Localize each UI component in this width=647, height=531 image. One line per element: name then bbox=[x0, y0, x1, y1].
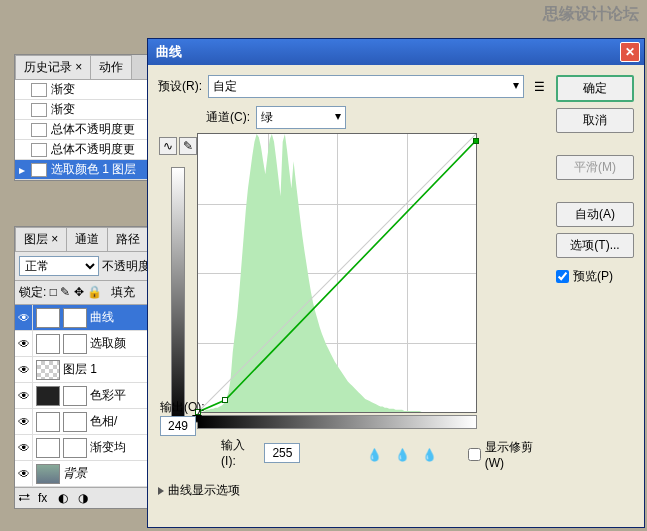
lock-row: 锁定: □ ✎ ✥ 🔒 填充 bbox=[15, 281, 158, 305]
layer-thumb[interactable] bbox=[36, 360, 60, 380]
eye-icon[interactable]: 👁 bbox=[15, 305, 33, 330]
layer-row[interactable]: 👁图层 1 bbox=[15, 357, 158, 383]
tab-paths[interactable]: 路径 bbox=[107, 227, 149, 251]
curve-point[interactable] bbox=[473, 138, 479, 144]
blend-mode-select[interactable]: 正常 bbox=[19, 256, 99, 276]
mask-icon[interactable]: ◐ bbox=[58, 491, 72, 505]
fill-label: 填充 bbox=[111, 285, 135, 299]
gray-eyedropper-icon[interactable]: 💧 bbox=[394, 446, 411, 464]
layer-row[interactable]: 👁选取颜 bbox=[15, 331, 158, 357]
history-tabs: 历史记录 × 动作 bbox=[15, 55, 158, 80]
layer-name: 曲线 bbox=[90, 309, 114, 326]
titlebar[interactable]: 曲线 ✕ bbox=[148, 39, 644, 65]
black-eyedropper-icon[interactable]: 💧 bbox=[366, 446, 383, 464]
white-eyedropper-icon[interactable]: 💧 bbox=[421, 446, 438, 464]
options-button[interactable]: 选项(T)... bbox=[556, 233, 634, 258]
tab-channels[interactable]: 通道 bbox=[66, 227, 108, 251]
expand-display-options[interactable]: 曲线显示选项 bbox=[158, 482, 548, 499]
link-icon[interactable]: ⮂ bbox=[18, 491, 32, 505]
layer-thumb[interactable] bbox=[36, 308, 60, 328]
layer-thumb[interactable] bbox=[36, 334, 60, 354]
output-label: 输出(O): bbox=[160, 399, 205, 416]
curve-pencil-tool[interactable]: ✎ bbox=[179, 137, 197, 155]
layer-mask[interactable] bbox=[63, 334, 87, 354]
layer-thumb[interactable] bbox=[36, 464, 60, 484]
curve-line bbox=[198, 134, 476, 412]
history-panel: 历史记录 × 动作 渐变 渐变 总体不透明度更 总体不透明度更 ▸选取颜色 1 … bbox=[14, 54, 159, 181]
curve-point-tool[interactable]: ∿ bbox=[159, 137, 177, 155]
history-label: 渐变 bbox=[51, 101, 75, 118]
input-gradient bbox=[197, 415, 477, 429]
history-list: 渐变 渐变 总体不透明度更 总体不透明度更 ▸选取颜色 1 图层 bbox=[15, 80, 158, 180]
history-item[interactable]: 总体不透明度更 bbox=[15, 140, 158, 160]
eye-icon[interactable]: 👁 bbox=[15, 357, 33, 382]
layer-mask[interactable] bbox=[63, 438, 87, 458]
eye-icon[interactable]: 👁 bbox=[15, 409, 33, 434]
auto-button[interactable]: 自动(A) bbox=[556, 202, 634, 227]
layer-thumb[interactable] bbox=[36, 438, 60, 458]
history-label: 选取颜色 1 图层 bbox=[51, 161, 136, 178]
eye-icon[interactable]: 👁 bbox=[15, 383, 33, 408]
layer-name: 色相/ bbox=[90, 413, 117, 430]
layer-thumb[interactable] bbox=[36, 412, 60, 432]
layers-options: 正常 不透明度 bbox=[15, 252, 158, 281]
history-item[interactable]: 渐变 bbox=[15, 80, 158, 100]
curves-dialog: 曲线 ✕ 预设(R): 自定▾ ☰ 通道(C): 绿▾ ∿ ✎ bbox=[147, 38, 645, 528]
svg-line-1 bbox=[198, 134, 476, 412]
curve-grid[interactable] bbox=[197, 133, 477, 413]
preset-menu-icon[interactable]: ☰ bbox=[530, 80, 548, 94]
opacity-label: 不透明度 bbox=[102, 259, 150, 273]
history-item[interactable]: ▸选取颜色 1 图层 bbox=[15, 160, 158, 180]
preset-label: 预设(R): bbox=[158, 78, 202, 95]
layer-mask[interactable] bbox=[63, 412, 87, 432]
ok-button[interactable]: 确定 bbox=[556, 75, 634, 102]
layer-row[interactable]: 👁渐变均 bbox=[15, 435, 158, 461]
eye-icon[interactable]: 👁 bbox=[15, 435, 33, 460]
layers-tabs: 图层 × 通道 路径 bbox=[15, 227, 158, 252]
curve-point[interactable] bbox=[222, 397, 228, 403]
layer-row[interactable]: 👁曲线 bbox=[15, 305, 158, 331]
history-label: 总体不透明度更 bbox=[51, 121, 135, 138]
layer-row[interactable]: 👁色相/ bbox=[15, 409, 158, 435]
layer-name: 背景 bbox=[63, 465, 87, 482]
history-label: 渐变 bbox=[51, 81, 75, 98]
output-gradient bbox=[171, 167, 185, 423]
layer-bottom-bar: ⮂ fx ◐ ◑ bbox=[15, 487, 158, 508]
close-button[interactable]: ✕ bbox=[620, 42, 640, 62]
history-item[interactable]: 总体不透明度更 bbox=[15, 120, 158, 140]
layer-row[interactable]: 👁色彩平 bbox=[15, 383, 158, 409]
chevron-right-icon bbox=[158, 487, 164, 495]
layer-mask[interactable] bbox=[63, 386, 87, 406]
history-item[interactable]: 渐变 bbox=[15, 100, 158, 120]
layer-name: 渐变均 bbox=[90, 439, 126, 456]
lock-label: 锁定: □ ✎ ✥ 🔒 bbox=[19, 285, 102, 299]
smooth-button: 平滑(M) bbox=[556, 155, 634, 180]
dialog-title: 曲线 bbox=[152, 43, 620, 61]
fx-icon[interactable]: fx bbox=[38, 491, 52, 505]
input-label: 输入(I): bbox=[221, 437, 258, 468]
tab-history[interactable]: 历史记录 × bbox=[15, 55, 91, 79]
show-clipping-checkbox[interactable]: 显示修剪(W) bbox=[468, 439, 548, 470]
history-label: 总体不透明度更 bbox=[51, 141, 135, 158]
channel-select[interactable]: 绿▾ bbox=[256, 106, 346, 129]
output-field[interactable] bbox=[160, 416, 196, 436]
preview-checkbox[interactable]: 预览(P) bbox=[556, 268, 634, 285]
channel-label: 通道(C): bbox=[206, 109, 250, 126]
layer-thumb[interactable] bbox=[36, 386, 60, 406]
layers-panel: 图层 × 通道 路径 正常 不透明度 锁定: □ ✎ ✥ 🔒 填充 👁曲线 👁选… bbox=[14, 226, 159, 509]
cancel-button[interactable]: 取消 bbox=[556, 108, 634, 133]
preset-select[interactable]: 自定▾ bbox=[208, 75, 524, 98]
watermark-main: 思缘设计论坛 bbox=[543, 4, 639, 25]
input-field[interactable] bbox=[264, 443, 300, 463]
tab-layers[interactable]: 图层 × bbox=[15, 227, 67, 251]
layer-name: 选取颜 bbox=[90, 335, 126, 352]
layer-name: 色彩平 bbox=[90, 387, 126, 404]
layer-name: 图层 1 bbox=[63, 361, 97, 378]
eye-icon[interactable]: 👁 bbox=[15, 461, 33, 486]
tab-actions[interactable]: 动作 bbox=[90, 55, 132, 79]
eye-icon[interactable]: 👁 bbox=[15, 331, 33, 356]
layer-row[interactable]: 👁背景 bbox=[15, 461, 158, 487]
layer-mask[interactable] bbox=[63, 308, 87, 328]
adjustment-icon[interactable]: ◑ bbox=[78, 491, 92, 505]
layer-list: 👁曲线 👁选取颜 👁图层 1 👁色彩平 👁色相/ 👁渐变均 👁背景 bbox=[15, 305, 158, 487]
